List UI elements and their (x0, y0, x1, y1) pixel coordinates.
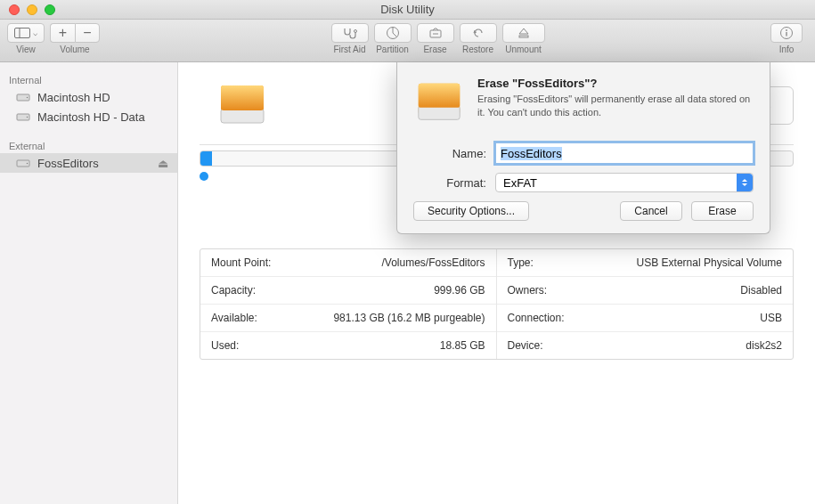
svg-rect-6 (519, 36, 528, 37)
volume-remove-button[interactable]: − (75, 23, 100, 43)
detail-value: USB (760, 312, 782, 324)
svg-point-2 (354, 30, 356, 33)
erase-label: Erase (423, 45, 446, 54)
detail-row: Type:USB External Physical Volume (497, 249, 794, 277)
sidebar-header-internal: Internal (0, 71, 177, 87)
sidebar-item-fosseditors[interactable]: FossEditors ⏏ (0, 153, 177, 173)
detail-value: USB External Physical Volume (637, 256, 782, 269)
view-button[interactable]: ⌵ (7, 23, 45, 43)
info-label: Info (779, 45, 795, 54)
info-icon (779, 26, 794, 40)
external-hdd-icon (16, 156, 30, 170)
svg-rect-9 (786, 32, 786, 37)
dialog-message: Erasing "FossEditors" will permanently e… (477, 93, 754, 120)
eject-icon[interactable]: ⏏ (158, 157, 168, 170)
volume-add-button[interactable]: + (50, 23, 75, 43)
detail-value: Disabled (740, 284, 782, 297)
restore-label: Restore (462, 45, 493, 54)
chevron-updown-icon (737, 174, 753, 191)
capacity-used-segment (200, 151, 212, 166)
erase-confirm-button[interactable]: Erase (691, 201, 754, 221)
detail-key: Device: (508, 339, 543, 352)
svg-rect-21 (419, 84, 460, 108)
sidebar-icon (14, 28, 30, 38)
partition-button[interactable] (374, 23, 412, 43)
svg-rect-18 (221, 85, 264, 110)
detail-value: 981.13 GB (16.2 MB purgeable) (333, 312, 485, 324)
info-button[interactable] (770, 23, 803, 43)
sidebar-item-macintosh-hd[interactable]: Macintosh HD (0, 87, 177, 107)
titlebar: Disk Utility (0, 0, 815, 20)
details-table: Mount Point:/Volumes/FossEditors Capacit… (200, 248, 794, 360)
security-options-button[interactable]: Security Options... (413, 201, 529, 221)
status-dot (200, 172, 208, 181)
main-pane: 999.96 GB Mount Point:/Volumes/FossEdito… (178, 62, 815, 504)
detail-value: 18.85 GB (440, 339, 485, 352)
view-label: View (16, 45, 36, 54)
svg-point-8 (786, 29, 787, 31)
window-title: Disk Utility (0, 3, 815, 16)
sidebar-item-label: Macintosh HD (37, 91, 110, 104)
format-select[interactable]: ExFAT (495, 173, 754, 192)
plus-icon: + (59, 25, 67, 41)
name-input[interactable] (495, 142, 754, 164)
erase-icon (428, 27, 443, 39)
svg-rect-17 (221, 109, 264, 123)
detail-row: Available:981.13 GB (16.2 MB purgeable) (200, 305, 496, 332)
eject-icon (518, 27, 530, 39)
detail-key: Used: (211, 339, 239, 352)
detail-value: disk2s2 (746, 339, 782, 352)
hdd-icon (16, 110, 30, 124)
format-field-label: Format: (413, 176, 495, 190)
erase-button[interactable] (417, 23, 454, 43)
detail-key: Capacity: (211, 284, 256, 297)
detail-key: Available: (211, 312, 257, 324)
dialog-title: Erase "FossEditors"? (477, 77, 754, 90)
name-field-label: Name: (413, 147, 495, 160)
svg-point-11 (27, 97, 28, 98)
detail-key: Connection: (508, 312, 565, 324)
detail-key: Type: (508, 256, 534, 269)
sidebar-item-label: Macintosh HD - Data (37, 110, 145, 124)
sidebar-header-external: External (0, 137, 177, 153)
stethoscope-icon (342, 27, 358, 39)
sidebar-item-label: FossEditors (37, 157, 99, 170)
firstaid-label: First Aid (333, 45, 365, 54)
cancel-button[interactable]: Cancel (620, 201, 682, 221)
detail-row: Mount Point:/Volumes/FossEditors (200, 249, 496, 277)
partition-icon (386, 26, 400, 40)
format-select-value: ExFAT (503, 176, 537, 190)
firstaid-button[interactable] (331, 23, 369, 43)
unmount-label: Unmount (505, 45, 542, 54)
detail-value: 999.96 GB (434, 284, 485, 297)
volume-label: Volume (60, 45, 89, 54)
partition-label: Partition (376, 45, 409, 54)
detail-key: Owners: (508, 284, 548, 297)
sidebar-item-macintosh-hd-data[interactable]: Macintosh HD - Data (0, 107, 177, 126)
detail-row: Owners:Disabled (497, 277, 794, 305)
detail-key: Mount Point: (211, 256, 271, 269)
svg-rect-20 (419, 106, 460, 119)
dialog-volume-icon (413, 77, 465, 128)
detail-row: Capacity:999.96 GB (200, 277, 496, 305)
volume-hero-icon (216, 78, 269, 132)
detail-row: Used:18.85 GB (200, 332, 496, 359)
detail-value: /Volumes/FossEditors (381, 256, 485, 269)
restore-button[interactable] (460, 23, 497, 43)
restore-icon (471, 27, 485, 39)
sidebar: Internal Macintosh HD Macintosh HD - Dat… (0, 62, 178, 504)
minus-icon: − (83, 25, 91, 41)
detail-row: Device:disk2s2 (497, 332, 794, 359)
erase-dialog: Erase "FossEditors"? Erasing "FossEditor… (396, 62, 770, 234)
hdd-icon (16, 90, 30, 104)
svg-rect-0 (15, 28, 30, 38)
svg-point-13 (27, 117, 28, 118)
toolbar: ⌵ View + − Volume First Aid Partition (0, 20, 815, 62)
svg-point-15 (27, 163, 28, 164)
detail-row: Connection:USB (497, 305, 794, 332)
unmount-button[interactable] (502, 23, 545, 43)
